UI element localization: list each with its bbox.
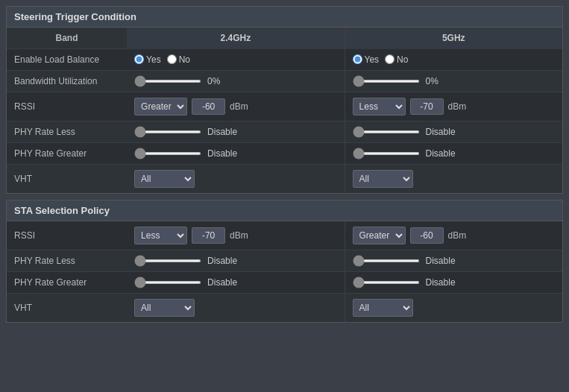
phy-rate-greater-slider-24-sta: Disable	[134, 277, 336, 288]
phy-rate-less-slider-24-input[interactable]	[134, 130, 201, 133]
vht-row-sta: VHT All VHT Non-VHT All VHT Non-VHT	[7, 294, 562, 323]
vht-dropdown-24[interactable]: All VHT Non-VHT	[134, 170, 195, 188]
phy-rate-greater-slider-5: Disable	[353, 148, 555, 159]
radio-no-24-label[interactable]: No	[167, 54, 190, 65]
phy-rate-greater-label-trigger: PHY Rate Greater	[7, 143, 127, 165]
radio-yes-5-label[interactable]: Yes	[353, 54, 380, 65]
phy-rate-less-label-trigger: PHY Rate Less	[7, 121, 127, 143]
phy-rate-greater-value-24-sta: Disable	[207, 277, 237, 288]
rssi-dropdown-5[interactable]: Less Greater	[353, 98, 406, 116]
phy-rate-less-label-sta: PHY Rate Less	[7, 250, 127, 272]
phy-rate-greater-24-cell: Disable	[127, 143, 345, 165]
phy-rate-less-slider-24-sta-input[interactable]	[134, 259, 201, 262]
phy-rate-less-5-cell-sta: Disable	[345, 250, 562, 272]
bandwidth-value-24: 0%	[207, 76, 220, 86]
band-header-row: Band 2.4GHz 5GHz	[7, 28, 562, 49]
rssi-row-sta: RSSI Less Greater dBm Greater	[7, 221, 562, 250]
phy-rate-greater-5-cell: Disable	[345, 143, 562, 165]
bandwidth-utilization-5: 0%	[345, 71, 562, 92]
phy-rate-less-slider-5-sta: Disable	[353, 256, 555, 266]
radio-group-24: Yes No	[134, 54, 336, 65]
sta-selection-panel: STA Selection Policy RSSI Less Greater d…	[6, 200, 563, 323]
rssi-dropdown-5-sta[interactable]: Greater Less	[353, 227, 406, 244]
radio-yes-5[interactable]	[353, 54, 362, 64]
phy-rate-less-slider-5-input[interactable]	[353, 130, 420, 133]
phy-rate-greater-value-5-sta: Disable	[426, 277, 456, 288]
steering-trigger-table: Band 2.4GHz 5GHz Enable Load Balance Yes…	[7, 28, 562, 193]
phy-rate-greater-24-cell-sta: Disable	[127, 272, 345, 294]
rssi-label-sta: RSSI	[7, 221, 127, 250]
phy-rate-less-slider-24: Disable	[134, 127, 336, 137]
vht-row-trigger: VHT All VHT Non-VHT All VHT Non-VHT	[7, 165, 562, 194]
enable-load-balance-5: Yes No	[345, 49, 562, 71]
vht-dropdown-24-sta[interactable]: All VHT Non-VHT	[134, 299, 195, 317]
phy-rate-greater-slider-24-sta-input[interactable]	[134, 281, 201, 284]
rssi-unit-5-sta: dBm	[448, 230, 467, 241]
phy-rate-greater-value-5: Disable	[426, 148, 456, 159]
vht-label-sta: VHT	[7, 294, 127, 323]
rssi-5-cell-sta: Greater Less dBm	[345, 221, 562, 250]
vht-dropdown-5-sta[interactable]: All VHT Non-VHT	[353, 299, 413, 317]
rssi-24-group-sta: Less Greater dBm	[134, 227, 336, 244]
radio-no-24[interactable]	[167, 54, 177, 64]
rssi-value-5[interactable]	[410, 98, 444, 115]
band-5-header: 5GHz	[345, 28, 562, 49]
rssi-5-group-sta: Greater Less dBm	[353, 227, 555, 244]
slider-container-bw-5: 0%	[353, 76, 555, 86]
rssi-5-group: Less Greater dBm	[353, 98, 555, 116]
rssi-dropdown-24[interactable]: Greater Less	[134, 98, 187, 116]
phy-rate-greater-slider-24: Disable	[134, 148, 336, 159]
radio-no-5[interactable]	[385, 54, 394, 64]
rssi-dropdown-24-sta[interactable]: Less Greater	[134, 227, 187, 244]
phy-rate-less-value-5-sta: Disable	[426, 256, 456, 266]
phy-rate-greater-row-sta: PHY Rate Greater Disable Disable	[7, 272, 562, 294]
steering-trigger-title: Steering Trigger Condition	[7, 7, 562, 28]
bandwidth-slider-24[interactable]	[134, 80, 201, 83]
phy-rate-less-row-sta: PHY Rate Less Disable Disable	[7, 250, 562, 272]
steering-trigger-panel: Steering Trigger Condition Band 2.4GHz 5…	[6, 6, 563, 194]
radio-group-5: Yes No	[353, 54, 555, 65]
phy-rate-greater-slider-5-sta: Disable	[353, 277, 555, 288]
vht-24-cell-sta: All VHT Non-VHT	[127, 294, 345, 323]
rssi-value-24[interactable]	[192, 98, 225, 115]
phy-rate-greater-row-trigger: PHY Rate Greater Disable Disable	[7, 143, 562, 165]
rssi-5-cell: Less Greater dBm	[345, 92, 562, 121]
rssi-unit-24: dBm	[230, 101, 248, 112]
phy-rate-greater-label-sta: PHY Rate Greater	[7, 272, 127, 294]
slider-container-bw-24: 0%	[134, 76, 336, 86]
bandwidth-slider-5[interactable]	[353, 80, 420, 83]
vht-24-cell: All VHT Non-VHT	[127, 165, 345, 194]
vht-label-trigger: VHT	[7, 165, 127, 194]
phy-rate-less-row-trigger: PHY Rate Less Disable Disable	[7, 121, 562, 143]
rssi-value-5-sta[interactable]	[410, 227, 444, 244]
rssi-unit-24-sta: dBm	[230, 230, 248, 241]
sta-selection-title: STA Selection Policy	[7, 200, 562, 221]
radio-yes-24-label[interactable]: Yes	[134, 54, 161, 65]
radio-yes-24[interactable]	[134, 54, 144, 64]
phy-rate-less-24-cell: Disable	[127, 121, 345, 143]
phy-rate-less-value-24: Disable	[207, 127, 237, 137]
phy-rate-less-5-cell: Disable	[345, 121, 562, 143]
rssi-row-trigger: RSSI Greater Less dBm Less	[7, 92, 562, 121]
enable-load-balance-24: Yes No	[127, 49, 345, 71]
vht-5-cell-sta: All VHT Non-VHT	[345, 294, 562, 323]
band-24-header: 2.4GHz	[127, 28, 345, 49]
phy-rate-greater-slider-24-input[interactable]	[134, 152, 201, 155]
phy-rate-less-value-5: Disable	[426, 127, 456, 137]
rssi-unit-5: dBm	[448, 101, 467, 112]
rssi-value-24-sta[interactable]	[192, 227, 225, 244]
phy-rate-less-slider-5-sta-input[interactable]	[353, 259, 420, 262]
bandwidth-value-5: 0%	[426, 76, 438, 86]
rssi-24-cell-sta: Less Greater dBm	[127, 221, 345, 250]
bandwidth-utilization-label: Bandwidth Utilization	[7, 71, 127, 92]
radio-no-5-label[interactable]: No	[385, 54, 408, 65]
enable-load-balance-row: Enable Load Balance Yes No Yes	[7, 49, 562, 71]
phy-rate-greater-5-cell-sta: Disable	[345, 272, 562, 294]
vht-dropdown-5[interactable]: All VHT Non-VHT	[353, 170, 413, 188]
rssi-24-cell: Greater Less dBm	[127, 92, 345, 121]
phy-rate-greater-value-24: Disable	[207, 148, 237, 159]
vht-5-cell: All VHT Non-VHT	[345, 165, 562, 194]
phy-rate-greater-slider-5-input[interactable]	[353, 152, 420, 155]
band-label-empty: Band	[7, 28, 127, 49]
phy-rate-greater-slider-5-sta-input[interactable]	[353, 281, 420, 284]
